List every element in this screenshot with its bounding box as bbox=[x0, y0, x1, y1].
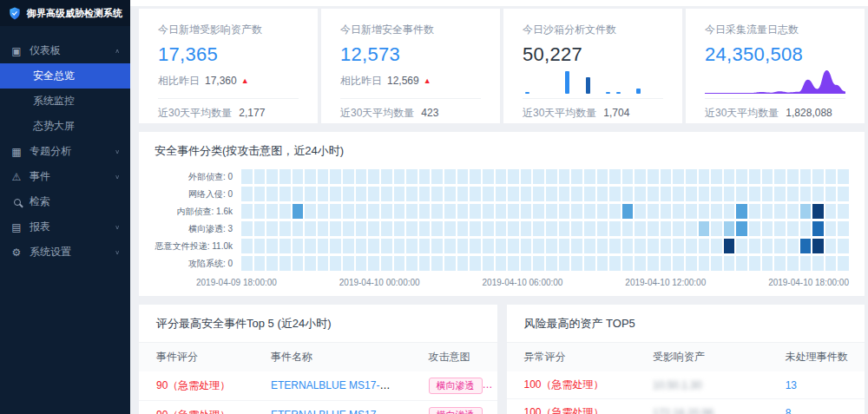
chevron-up-icon: ∧ bbox=[115, 48, 120, 55]
heatmap-cell bbox=[266, 187, 278, 201]
stat-divider bbox=[158, 98, 299, 99]
heatmap-cell bbox=[673, 256, 684, 271]
heatmap-cell bbox=[800, 221, 812, 236]
heatmap-cell bbox=[457, 187, 469, 201]
stat-average: 近30天平均数量1,704 bbox=[523, 106, 663, 121]
heatmap-cell bbox=[762, 187, 773, 201]
heatmap-row-label: 内部侦查: 1.6k bbox=[155, 206, 241, 218]
heatmap-cell bbox=[673, 221, 684, 236]
search-icon-shape bbox=[14, 199, 21, 206]
heatmap-row-cells bbox=[241, 169, 849, 184]
heatmap-cell bbox=[533, 221, 544, 236]
heatmap-cell bbox=[330, 187, 341, 201]
sparkline-bar-slot bbox=[565, 68, 570, 94]
sidebar-item-search[interactable]: 检索 bbox=[0, 189, 130, 214]
sidebar-item-situation-screen[interactable]: 态势大屏 bbox=[0, 114, 130, 139]
heatmap-cell bbox=[584, 187, 595, 201]
table-row: 100（急需处理）172.16.20.968 bbox=[507, 399, 865, 414]
heatmap-cell bbox=[571, 239, 582, 253]
sidebar-item-dashboard[interactable]: ▣仪表板∧ bbox=[0, 38, 130, 63]
sidebar-item-events[interactable]: ⚠事件∨ bbox=[0, 164, 130, 189]
average-label: 近30天平均数量 bbox=[523, 107, 596, 119]
compare-label: 相比昨日 bbox=[158, 74, 200, 89]
heatmap-cell bbox=[673, 169, 684, 184]
heatmap-cell bbox=[673, 187, 684, 201]
sidebar-item-security-overview[interactable]: 安全总览 bbox=[0, 63, 130, 89]
heatmap-cell bbox=[622, 187, 634, 201]
heatmap-cell bbox=[406, 169, 418, 184]
heatmap-cell bbox=[749, 169, 760, 184]
average-label: 近30天平均数量 bbox=[158, 107, 232, 119]
heatmap-cell bbox=[571, 169, 582, 184]
warning-icon: ⚠ bbox=[10, 171, 23, 183]
unhandled-count-cell: 13 bbox=[768, 371, 865, 399]
heatmap-row: 网络入侵: 0 bbox=[155, 187, 849, 201]
heatmap-cell bbox=[496, 169, 507, 184]
heatmap-cell bbox=[508, 221, 519, 236]
heatmap-cell bbox=[609, 187, 621, 201]
heatmap-cell bbox=[483, 256, 494, 271]
sidebar-item-label: 系统设置 bbox=[30, 245, 71, 260]
attack-intent-cell: 横向渗透 bbox=[411, 401, 497, 414]
gear-icon: ⚙ bbox=[10, 246, 23, 259]
stat-sub-slot bbox=[523, 68, 663, 94]
heatmap-cell bbox=[406, 221, 418, 236]
heatmap-cell bbox=[318, 169, 329, 184]
heatmap-cell bbox=[800, 256, 812, 271]
attack-intent-cell: 横向渗透 bbox=[411, 371, 497, 401]
unhandled-count-link[interactable]: 13 bbox=[786, 379, 797, 391]
heatmap-row: 内部侦查: 1.6k bbox=[155, 204, 849, 219]
top-events-title: 评分最高安全事件Top 5 (近24小时) bbox=[139, 305, 497, 343]
heatmap-cell bbox=[343, 221, 354, 236]
heatmap-cell bbox=[356, 169, 367, 184]
heatmap-cell bbox=[533, 169, 544, 184]
sparkline-bar bbox=[636, 89, 641, 94]
heatmap-cell bbox=[508, 256, 519, 271]
sparkline-bar-slot bbox=[544, 68, 549, 94]
heatmap-grid: 外部侦查: 0网络入侵: 0内部侦查: 1.6k横向渗透: 3恶意文件投递: 1… bbox=[155, 169, 849, 271]
heatmap-cell bbox=[318, 204, 329, 219]
stat-average: 近30天平均数量2,177 bbox=[158, 106, 299, 121]
heatmap-cell bbox=[343, 169, 354, 184]
sidebar-item-settings[interactable]: ⚙系统设置∨ bbox=[0, 240, 130, 265]
heatmap-cell bbox=[699, 256, 710, 271]
heatmap-cell bbox=[470, 256, 481, 271]
event-name-link[interactable]: ETERNALBLUE MS17-010漏洞利... bbox=[271, 409, 411, 414]
unhandled-count-link[interactable]: 8 bbox=[786, 407, 792, 414]
heatmap-cell bbox=[661, 169, 672, 184]
heatmap-cell bbox=[343, 204, 354, 219]
heatmap-cell bbox=[241, 187, 253, 201]
heatmap-cell bbox=[787, 169, 799, 184]
heatmap-cell bbox=[254, 256, 266, 271]
heatmap-cell bbox=[686, 256, 697, 271]
heatmap-cell bbox=[546, 204, 557, 219]
heatmap-cell bbox=[711, 187, 722, 201]
unhandled-count-cell: 8 bbox=[768, 399, 865, 414]
heatmap-cell bbox=[787, 239, 799, 253]
event-score-cell: 90（急需处理） bbox=[139, 401, 253, 414]
stat-average: 近30天平均数量1,828,088 bbox=[705, 106, 845, 121]
sidebar-item-topic-analysis[interactable]: ▦专题分析∨ bbox=[0, 139, 130, 164]
heatmap-cell bbox=[483, 187, 494, 201]
heatmap-cell bbox=[305, 256, 316, 271]
heatmap-cell bbox=[584, 204, 595, 219]
sidebar-item-reports[interactable]: ▤报表∨ bbox=[0, 214, 130, 240]
heatmap-cell bbox=[622, 204, 634, 219]
heatmap-cell bbox=[431, 204, 443, 219]
stat-divider bbox=[705, 98, 845, 99]
heatmap-card: 安全事件分类(按攻击意图，近24小时) 外部侦查: 0网络入侵: 0内部侦查: … bbox=[139, 132, 865, 296]
sidebar: 御界高级威胁检测系统 ▣仪表板∧安全总览系统监控态势大屏▦专题分析∨⚠事件∨检索… bbox=[0, 0, 130, 414]
sidebar-item-system-monitor[interactable]: 系统监控 bbox=[0, 89, 130, 114]
heatmap-cell bbox=[571, 221, 582, 236]
asset-score: 100（急需处理） bbox=[524, 406, 604, 414]
column-header: 攻击意图 bbox=[411, 343, 497, 371]
heatmap-cell bbox=[800, 239, 812, 253]
heatmap-x-axis: 2019-04-09 18:00:002019-04-10 00:00:0020… bbox=[196, 278, 849, 287]
heatmap-cell bbox=[444, 187, 456, 201]
heatmap-cell bbox=[597, 221, 608, 236]
heatmap-x-tick: 2019-04-10 06:00:00 bbox=[483, 278, 563, 287]
sparkline-bar-slot bbox=[636, 68, 641, 94]
event-name-link[interactable]: ETERNALBLUE MS17-010漏洞利... bbox=[271, 379, 411, 391]
heatmap-cell bbox=[635, 239, 646, 253]
heatmap-cell bbox=[774, 221, 786, 236]
